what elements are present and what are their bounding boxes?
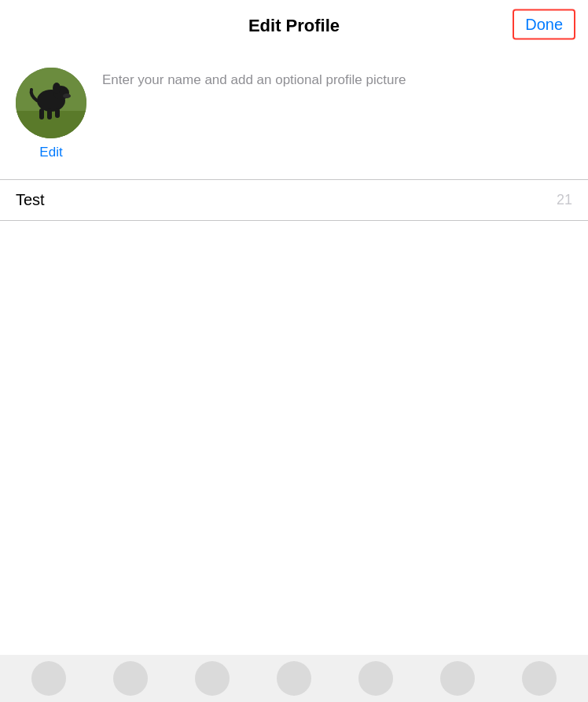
divider-bottom [0,220,588,221]
profile-section: Edit Enter your name and add an optional… [0,49,588,179]
page-title: Edit Profile [248,16,340,36]
header: Edit Profile Done [0,0,588,49]
bottom-icon-5[interactable] [358,661,393,696]
name-input-row: 21 [0,180,588,220]
svg-rect-7 [47,108,52,119]
svg-rect-8 [55,108,60,118]
svg-rect-6 [39,108,44,119]
done-button[interactable]: Done [513,9,575,40]
bottom-icon-4[interactable] [277,661,311,696]
edit-photo-button[interactable]: Edit [39,145,62,160]
bottom-icon-2[interactable] [113,661,148,696]
avatar [16,68,86,138]
profile-description: Enter your name and add an optional prof… [102,68,572,90]
name-input[interactable] [16,191,550,209]
svg-point-5 [63,94,71,98]
bottom-icon-1[interactable] [31,661,66,696]
svg-point-4 [53,83,61,94]
bottom-icon-7[interactable] [522,661,557,696]
bottom-icon-3[interactable] [195,661,230,696]
avatar-container: Edit [16,68,86,160]
bottom-icon-6[interactable] [440,661,475,696]
char-count: 21 [557,192,572,208]
bottom-bar [0,655,588,702]
